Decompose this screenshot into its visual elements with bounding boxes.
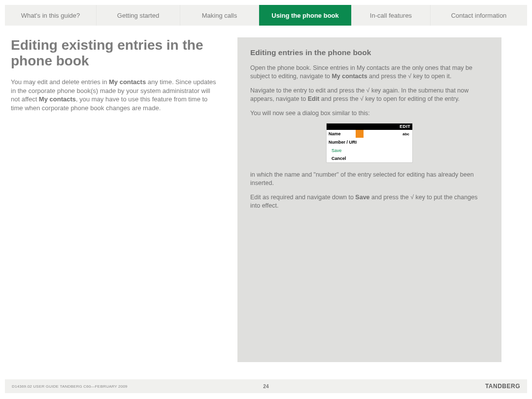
page-title: Editing existing entries in the phone bo…	[11, 37, 218, 69]
check-icon: √	[360, 95, 364, 102]
page-number: 24	[263, 384, 269, 389]
content-area: Editing existing entries in the phone bo…	[5, 37, 527, 362]
dialog-save: Save	[327, 147, 412, 154]
panel-heading: Editing entries in the phone book	[250, 48, 489, 57]
left-column: Editing existing entries in the phone bo…	[11, 37, 237, 362]
text-fragment: and press the	[319, 95, 360, 102]
text-fragment: Navigate to the entry to edit and press …	[250, 87, 366, 94]
intro-paragraph: You may edit and delete entries in My co…	[11, 78, 218, 112]
nav-using-phone-book[interactable]: Using the phone book	[259, 5, 352, 26]
dialog-label-number: Number / URI	[329, 140, 358, 145]
dialog-illustration: EDIT Name abc Number / URI Save Cancel	[250, 123, 489, 163]
panel-p2: Navigate to the entry to edit and press …	[250, 87, 489, 103]
page: What's in this guide? Getting started Ma…	[5, 0, 527, 362]
text-bold: My contacts	[109, 78, 146, 86]
text-bold: Save	[355, 194, 369, 201]
text-bold: Edit	[308, 95, 320, 102]
nav-whats-in-guide[interactable]: What's in this guide?	[5, 5, 97, 26]
brand-logo: TANDBERG	[485, 383, 520, 390]
nav-in-call-features[interactable]: In-call features	[352, 5, 431, 26]
panel-p4: in which the name and "number" of the en…	[250, 171, 489, 187]
text-fragment: and press the	[367, 73, 408, 80]
nav-contact-information[interactable]: Contact information	[431, 5, 527, 26]
dialog-row-number: Number / URI	[327, 138, 412, 147]
dialog-title: EDIT	[327, 123, 412, 130]
footer-bar: D14369.02 USER GUIDE TANDBERG C60—FEBRUA…	[5, 379, 527, 393]
text-fragment: Edit as required and navigate down to	[250, 194, 355, 201]
nav-making-calls[interactable]: Making calls	[180, 5, 259, 26]
text-bold: My contacts	[332, 73, 367, 80]
text-fragment: key to open it.	[411, 73, 451, 80]
text-bold: My contacts	[39, 95, 76, 103]
text-fragment: You may edit and delete entries in	[11, 78, 109, 86]
dialog-hint-abc: abc	[402, 132, 409, 136]
top-nav: What's in this guide? Getting started Ma…	[5, 5, 527, 26]
panel-p3: You will now see a dialog box similar to…	[250, 109, 489, 118]
dialog-row-name: Name abc	[327, 130, 412, 138]
text-fragment: key to open for editing of the entry.	[364, 95, 460, 102]
panel-p5: Edit as required and navigate down to Sa…	[250, 193, 489, 210]
dialog-label-name: Name	[329, 131, 358, 136]
right-panel: Editing entries in the phone book Open t…	[237, 37, 501, 362]
footer-doc-id: D14369.02 USER GUIDE TANDBERG C60—FEBRUA…	[12, 384, 128, 389]
nav-getting-started[interactable]: Getting started	[97, 5, 180, 26]
text-fragment: and press the	[370, 194, 411, 201]
dialog-cancel: Cancel	[327, 154, 412, 162]
edit-dialog: EDIT Name abc Number / URI Save Cancel	[326, 123, 413, 163]
panel-p1: Open the phone book. Since entries in My…	[250, 64, 489, 81]
